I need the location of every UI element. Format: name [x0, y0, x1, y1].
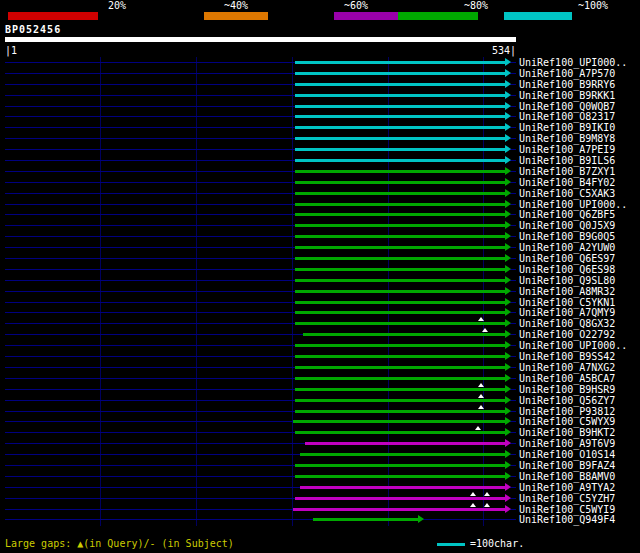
match-bar[interactable]: [300, 486, 505, 489]
hit-label[interactable]: UniRef100_A7PEI9: [519, 144, 615, 155]
alignment-row: UniRef100_UPI000..: [0, 199, 640, 210]
match-bar[interactable]: [295, 399, 505, 402]
hit-label[interactable]: UniRef100_Q56ZY7: [519, 395, 615, 406]
match-bar[interactable]: [295, 355, 505, 358]
hit-label[interactable]: UniRef100_A5BCA7: [519, 373, 615, 384]
match-bar[interactable]: [295, 311, 505, 314]
match-bar[interactable]: [295, 159, 505, 162]
arrowhead-icon: [505, 80, 511, 88]
hit-label[interactable]: UniRef100_A2YUW0: [519, 242, 615, 253]
arrowhead-icon: [505, 505, 511, 513]
match-bar[interactable]: [295, 410, 505, 413]
hit-label[interactable]: UniRef100_Q8GX32: [519, 318, 615, 329]
match-bar[interactable]: [295, 105, 505, 108]
hit-label[interactable]: UniRef100_A9T6V9: [519, 438, 615, 449]
match-bar[interactable]: [295, 475, 505, 478]
hit-label[interactable]: UniRef100_P93812: [519, 406, 615, 417]
match-bar[interactable]: [295, 224, 505, 227]
match-bar[interactable]: [295, 257, 505, 260]
arrowhead-icon: [505, 112, 511, 120]
hit-label[interactable]: UniRef100_Q6ES97: [519, 253, 615, 264]
hit-label[interactable]: UniRef100_B9IKI0: [519, 122, 615, 133]
hit-label[interactable]: UniRef100_C5XAK3: [519, 188, 615, 199]
match-bar[interactable]: [295, 61, 505, 64]
hit-label[interactable]: UniRef100_A7P570: [519, 68, 615, 79]
match-bar[interactable]: [303, 333, 505, 336]
hit-label[interactable]: UniRef100_Q9SL80: [519, 275, 615, 286]
hit-label[interactable]: UniRef100_B9RRY6: [519, 79, 615, 90]
match-bar[interactable]: [295, 279, 505, 282]
alignment-row: UniRef100_Q6ZBF5: [0, 209, 640, 220]
query-gap-marker-icon: [484, 492, 490, 496]
hit-label[interactable]: UniRef100_B9ILS6: [519, 155, 615, 166]
hit-label[interactable]: UniRef100_B7ZXY1: [519, 166, 615, 177]
hit-label[interactable]: UniRef100_C5WYX9: [519, 416, 615, 427]
arrowhead-icon: [418, 515, 424, 523]
hit-label[interactable]: UniRef100_B4FY02: [519, 177, 615, 188]
match-bar[interactable]: [295, 115, 505, 118]
match-bar[interactable]: [295, 268, 505, 271]
hit-label[interactable]: UniRef100_B9SS42: [519, 351, 615, 362]
match-bar[interactable]: [305, 442, 505, 445]
match-bar[interactable]: [295, 192, 505, 195]
hit-label[interactable]: UniRef100_C5WYI9: [519, 504, 615, 515]
hit-label[interactable]: UniRef100_UPI000..: [519, 57, 627, 68]
match-bar[interactable]: [295, 83, 505, 86]
match-bar[interactable]: [313, 518, 418, 521]
hit-label[interactable]: UniRef100_B9FAZ4: [519, 460, 615, 471]
arrowhead-icon: [505, 439, 511, 447]
arrowhead-icon: [505, 69, 511, 77]
match-bar[interactable]: [295, 213, 505, 216]
match-bar[interactable]: [295, 181, 505, 184]
match-bar[interactable]: [295, 322, 505, 325]
hit-label[interactable]: UniRef100_A7NXG2: [519, 362, 615, 373]
hit-label[interactable]: UniRef100_A7QMY9: [519, 307, 615, 318]
hit-label[interactable]: UniRef100_C5YZH7: [519, 493, 615, 504]
hit-label[interactable]: UniRef100_UPI000..: [519, 340, 627, 351]
query-span-line: [5, 519, 516, 520]
match-bar[interactable]: [295, 497, 505, 500]
match-bar[interactable]: [295, 464, 505, 467]
match-bar[interactable]: [295, 377, 505, 380]
hit-label[interactable]: UniRef100_B9M8Y8: [519, 133, 615, 144]
hit-label[interactable]: UniRef100_Q6ES98: [519, 264, 615, 275]
match-bar[interactable]: [295, 170, 505, 173]
match-bar[interactable]: [295, 388, 505, 391]
hit-label[interactable]: UniRef100_C5YKN1: [519, 297, 615, 308]
hit-label[interactable]: UniRef100_B9G0Q5: [519, 231, 615, 242]
query-bar: [5, 37, 516, 42]
hit-label[interactable]: UniRef100_Q6ZBF5: [519, 209, 615, 220]
match-bar[interactable]: [295, 366, 505, 369]
match-bar[interactable]: [295, 246, 505, 249]
match-bar[interactable]: [295, 431, 505, 434]
match-bar[interactable]: [300, 453, 505, 456]
match-bar[interactable]: [295, 72, 505, 75]
match-bar[interactable]: [295, 235, 505, 238]
hit-label[interactable]: UniRef100_O10S14: [519, 449, 615, 460]
arrowhead-icon: [505, 243, 511, 251]
match-bar[interactable]: [295, 94, 505, 97]
match-bar[interactable]: [295, 148, 505, 151]
hit-label[interactable]: UniRef100_O22792: [519, 329, 615, 340]
hit-label[interactable]: UniRef100_B9RKK1: [519, 90, 615, 101]
arrowhead-icon: [505, 341, 511, 349]
hit-label[interactable]: UniRef100_Q0J5X9: [519, 220, 615, 231]
hit-label[interactable]: UniRef100_Q949F4: [519, 514, 615, 525]
alignment-row: UniRef100_O10S14: [0, 449, 640, 460]
hit-label[interactable]: UniRef100_UPI000..: [519, 199, 627, 210]
match-bar[interactable]: [295, 203, 505, 206]
hit-label[interactable]: UniRef100_Q0WQB7: [519, 101, 615, 112]
hit-label[interactable]: UniRef100_B9HSR9: [519, 384, 615, 395]
match-bar[interactable]: [295, 344, 505, 347]
match-bar[interactable]: [293, 508, 506, 511]
match-bar[interactable]: [295, 137, 505, 140]
match-bar[interactable]: [295, 290, 505, 293]
match-bar[interactable]: [295, 301, 505, 304]
hit-label[interactable]: UniRef100_O82317: [519, 111, 615, 122]
match-bar[interactable]: [293, 420, 506, 423]
hit-label[interactable]: UniRef100_A8MR32: [519, 286, 615, 297]
match-bar[interactable]: [295, 126, 505, 129]
hit-label[interactable]: UniRef100_A9TYA2: [519, 482, 615, 493]
hit-label[interactable]: UniRef100_B8AMV0: [519, 471, 615, 482]
hit-label[interactable]: UniRef100_B9HKT2: [519, 427, 615, 438]
